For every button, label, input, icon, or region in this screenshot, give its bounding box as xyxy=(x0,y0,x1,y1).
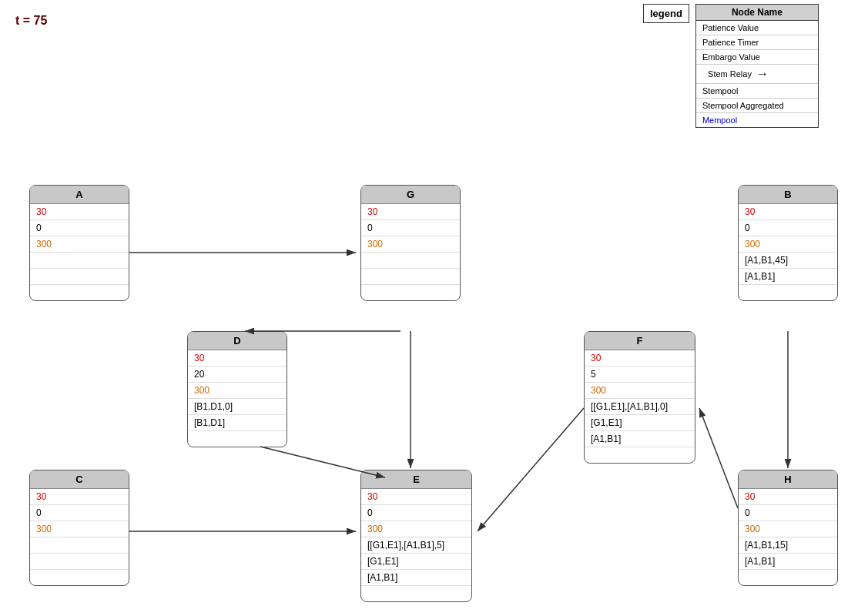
legend-arrow-icon xyxy=(756,67,769,81)
node-H: H 30 0 300 [A1,B1,15] [A1,B1] xyxy=(738,470,838,586)
node-B: B 30 0 300 [A1,B1,45] [A1,B1] xyxy=(738,185,838,301)
legend-arrow-row: Stem Relay xyxy=(696,65,818,84)
node-D-stempool-agg: [B1,D1] xyxy=(188,415,287,431)
node-A-patience-timer: 0 xyxy=(30,220,129,236)
node-F-header: F xyxy=(585,332,695,350)
arrow-F-E xyxy=(478,408,584,531)
node-D-patience-value: 30 xyxy=(188,350,287,367)
legend-row-stempool-agg: Stempool Aggregated xyxy=(696,99,818,113)
node-F: F 30 5 300 [[G1,E1],[A1,B1],0] [G1,E1] [… xyxy=(584,331,695,464)
node-D-stempool: [B1,D1,0] xyxy=(188,399,287,415)
legend-table: Node Name Patience Value Patience Timer … xyxy=(695,4,819,128)
node-G-patience-value: 30 xyxy=(361,204,460,220)
node-C-stempool-agg xyxy=(30,554,129,570)
legend-title: legend xyxy=(643,4,689,23)
node-E-stempool-agg1: [G1,E1] xyxy=(361,554,471,570)
node-A-patience-value: 30 xyxy=(30,204,129,220)
node-H-patience-timer: 0 xyxy=(739,505,837,521)
node-B-patience-value: 30 xyxy=(739,204,837,220)
node-G-mempool xyxy=(361,285,460,300)
node-B-embargo: 300 xyxy=(739,236,837,253)
node-E-stempool: [[G1,E1],[A1,B1],5] xyxy=(361,537,471,554)
legend-row-embargo: Embargo Value xyxy=(696,50,818,65)
node-E-embargo: 300 xyxy=(361,521,471,537)
node-E: E 30 0 300 [[G1,E1],[A1,B1],5] [G1,E1] [… xyxy=(360,470,472,602)
node-G-header: G xyxy=(361,186,460,204)
node-D-patience-timer: 20 xyxy=(188,367,287,383)
node-F-embargo: 300 xyxy=(585,383,695,399)
node-F-stempool: [[G1,E1],[A1,B1],0] xyxy=(585,399,695,415)
arrow-H-F xyxy=(699,408,738,508)
node-H-stempool-agg: [A1,B1] xyxy=(739,554,837,570)
timestamp: t = 75 xyxy=(15,14,47,28)
node-C-mempool xyxy=(30,570,129,585)
node-B-stempool-agg: [A1,B1] xyxy=(739,269,837,285)
legend-row-patience-timer: Patience Timer xyxy=(696,35,818,50)
legend-row-mempool: Mempool xyxy=(696,113,818,127)
node-F-mempool xyxy=(585,447,695,463)
node-C-embargo: 300 xyxy=(30,521,129,537)
node-E-patience-value: 30 xyxy=(361,489,471,505)
node-B-stempool: [A1,B1,45] xyxy=(739,253,837,269)
node-F-patience-value: 30 xyxy=(585,350,695,367)
node-H-mempool xyxy=(739,570,837,585)
node-A-header: A xyxy=(30,186,129,204)
node-H-embargo: 300 xyxy=(739,521,837,537)
legend-row-stempool: Stempool xyxy=(696,84,818,99)
node-C: C 30 0 300 xyxy=(29,470,129,586)
node-D-mempool xyxy=(188,431,287,447)
node-E-stempool-agg2: [A1,B1] xyxy=(361,570,471,586)
node-D-embargo: 300 xyxy=(188,383,287,399)
node-G-embargo: 300 xyxy=(361,236,460,253)
node-H-stempool: [A1,B1,15] xyxy=(739,537,837,554)
node-D: D 30 20 300 [B1,D1,0] [B1,D1] xyxy=(187,331,287,447)
node-E-mempool xyxy=(361,586,471,601)
node-H-patience-value: 30 xyxy=(739,489,837,505)
legend-arrow-label: Stem Relay xyxy=(699,69,752,79)
node-A-mempool xyxy=(30,285,129,300)
node-F-patience-timer: 5 xyxy=(585,367,695,383)
node-G-stempool-agg xyxy=(361,269,460,285)
node-E-patience-timer: 0 xyxy=(361,505,471,521)
node-H-header: H xyxy=(739,470,837,489)
node-A: A 30 0 300 xyxy=(29,185,129,301)
node-C-header: C xyxy=(30,470,129,489)
node-C-patience-value: 30 xyxy=(30,489,129,505)
legend-row-patience-value: Patience Value xyxy=(696,21,818,35)
node-A-embargo: 300 xyxy=(30,236,129,253)
node-F-stempool-agg1: [G1,E1] xyxy=(585,415,695,431)
node-G-stempool xyxy=(361,253,460,269)
node-B-mempool xyxy=(739,285,837,300)
node-F-stempool-agg2: [A1,B1] xyxy=(585,431,695,447)
node-G: G 30 0 300 xyxy=(360,185,461,301)
node-G-patience-timer: 0 xyxy=(361,220,460,236)
node-A-stempool-agg xyxy=(30,269,129,285)
legend-header: Node Name xyxy=(696,5,818,21)
node-D-header: D xyxy=(188,332,287,350)
node-C-patience-timer: 0 xyxy=(30,505,129,521)
node-B-patience-timer: 0 xyxy=(739,220,837,236)
node-E-header: E xyxy=(361,470,471,489)
node-B-header: B xyxy=(739,186,837,204)
node-C-stempool xyxy=(30,537,129,554)
node-A-stempool xyxy=(30,253,129,269)
legend: legend Node Name Patience Value Patience… xyxy=(643,4,819,128)
